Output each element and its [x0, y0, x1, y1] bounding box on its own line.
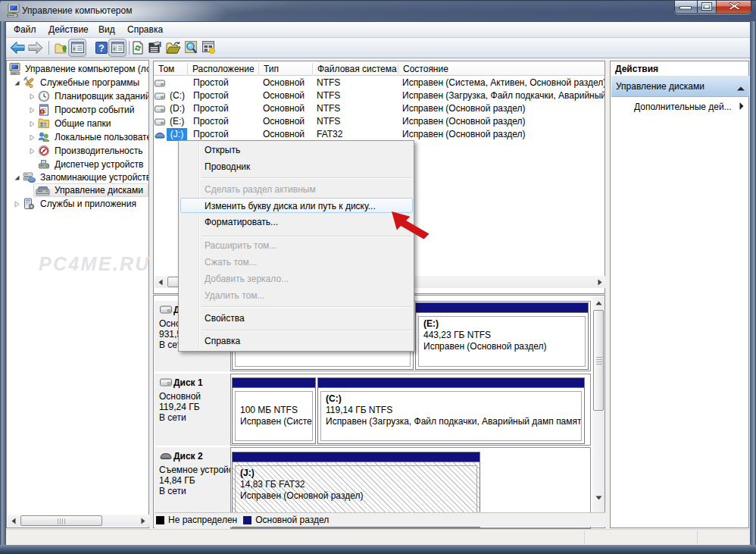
- svg-text:?: ?: [98, 43, 104, 54]
